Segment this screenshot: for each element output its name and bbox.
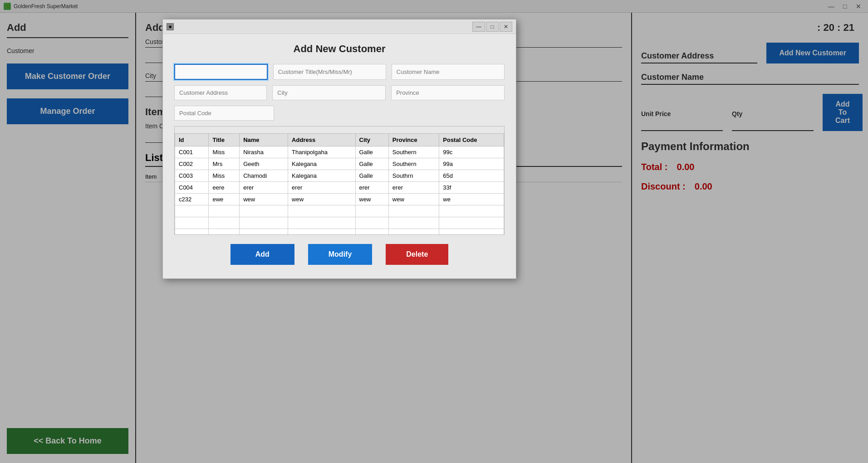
table-column-header: Name [240, 134, 288, 146]
table-cell-empty [288, 217, 355, 229]
table-cell-empty [288, 205, 355, 217]
table-cell: 99c [439, 146, 504, 158]
table-row[interactable]: c232ewewewwewwewwewwe [175, 194, 504, 205]
table-row[interactable]: C004eereerererererererer33f [175, 182, 504, 194]
table-cell-empty [175, 217, 209, 229]
table-cell: Galle [355, 146, 388, 158]
delete-button[interactable]: Delete [386, 244, 448, 265]
table-column-header: City [355, 134, 388, 146]
table-cell-empty [240, 217, 288, 229]
dialog-maximize-button[interactable]: □ [486, 22, 499, 32]
table-cell: Southern [388, 146, 439, 158]
table-header: IdTitleNameAddressCityProvincePostal Cod… [175, 134, 504, 146]
table-row-empty [175, 217, 504, 229]
dialog-title: Add New Customer [174, 43, 505, 55]
table-cell: Southern [388, 158, 439, 170]
table-column-header: Address [288, 134, 355, 146]
dialog-actions: Add Modify Delete [174, 244, 505, 269]
table-cell: Kalegana [288, 170, 355, 182]
table-cell: Miss [209, 146, 240, 158]
table-cell: Galle [355, 170, 388, 182]
postal-code-input[interactable] [174, 106, 274, 121]
customer-city-input[interactable] [272, 85, 386, 100]
table-cell-empty [439, 229, 504, 235]
customers-table-container[interactable]: IdTitleNameAddressCityProvincePostal Cod… [174, 126, 505, 235]
customers-table: IdTitleNameAddressCityProvincePostal Cod… [175, 133, 504, 235]
table-cell-empty [209, 217, 240, 229]
table-cell-empty [388, 229, 439, 235]
dialog-body: Add New Customer IdTitleNameAddressCityP… [163, 34, 516, 278]
table-cell: C002 [175, 158, 209, 170]
add-button[interactable]: Add [230, 244, 294, 265]
table-cell-empty [175, 229, 209, 235]
table-cell: Kalegana [288, 158, 355, 170]
table-cell-empty [355, 217, 388, 229]
table-cell: 99a [439, 158, 504, 170]
table-cell: C004 [175, 182, 209, 194]
table-cell-empty [240, 205, 288, 217]
table-cell: Mrs [209, 158, 240, 170]
table-row[interactable]: C001MissNirashaThanipolgahaGalleSouthern… [175, 146, 504, 158]
table-cell: wew [240, 194, 288, 205]
form-row-2 [174, 85, 505, 100]
table-row-empty [175, 229, 504, 235]
table-cell-empty [175, 205, 209, 217]
table-cell: wew [388, 194, 439, 205]
table-cell: Chamodi [240, 170, 288, 182]
table-cell: Nirasha [240, 146, 288, 158]
table-cell: we [439, 194, 504, 205]
table-cell: C003 [175, 170, 209, 182]
table-cell: Galle [355, 158, 388, 170]
table-column-header: Postal Code [439, 134, 504, 146]
customer-address-input[interactable] [174, 85, 267, 100]
table-cell-empty [209, 205, 240, 217]
table-cell: Southrn [388, 170, 439, 182]
table-cell-empty [355, 229, 388, 235]
table-cell: wew [288, 194, 355, 205]
table-cell: erer [240, 182, 288, 194]
customer-title-input[interactable] [273, 64, 386, 80]
table-cell: c232 [175, 194, 209, 205]
customer-id-input[interactable] [174, 64, 268, 80]
table-row[interactable]: C003MissChamodiKaleganaGalleSouthrn65d [175, 170, 504, 182]
dialog-titlebar: ■ — □ ✕ [163, 19, 516, 34]
form-row-3 [174, 106, 505, 121]
table-cell: 65d [439, 170, 504, 182]
modify-button[interactable]: Modify [308, 244, 373, 265]
table-cell: 33f [439, 182, 504, 194]
table-cell-empty [288, 229, 355, 235]
table-column-header: Id [175, 134, 209, 146]
form-row-1 [174, 64, 505, 80]
customer-name-input[interactable] [392, 64, 505, 80]
table-cell-empty [209, 229, 240, 235]
dialog-app-icon: ■ [167, 23, 174, 30]
table-cell: Thanipolgaha [288, 146, 355, 158]
table-cell-empty [240, 229, 288, 235]
table-cell: erer [288, 182, 355, 194]
table-cell: Geeth [240, 158, 288, 170]
table-cell: C001 [175, 146, 209, 158]
table-body: C001MissNirashaThanipolgahaGalleSouthern… [175, 146, 504, 235]
table-cell-empty [439, 217, 504, 229]
table-cell-empty [388, 205, 439, 217]
table-column-header: Title [209, 134, 240, 146]
table-cell: erer [388, 182, 439, 194]
customer-province-input[interactable] [391, 85, 505, 100]
table-cell-empty [439, 205, 504, 217]
dialog-close-button[interactable]: ✕ [500, 22, 512, 32]
table-row[interactable]: C002MrsGeethKaleganaGalleSouthern99a [175, 158, 504, 170]
table-cell: wew [355, 194, 388, 205]
table-row-empty [175, 205, 504, 217]
add-customer-dialog: ■ — □ ✕ Add New Customer [162, 19, 516, 279]
table-cell-empty [355, 205, 388, 217]
table-cell: eere [209, 182, 240, 194]
table-cell: ewe [209, 194, 240, 205]
dialog-minimize-button[interactable]: — [472, 22, 485, 32]
table-cell-empty [388, 217, 439, 229]
dialog-controls: — □ ✕ [472, 22, 512, 32]
table-cell: Miss [209, 170, 240, 182]
table-cell: erer [355, 182, 388, 194]
table-column-header: Province [388, 134, 439, 146]
